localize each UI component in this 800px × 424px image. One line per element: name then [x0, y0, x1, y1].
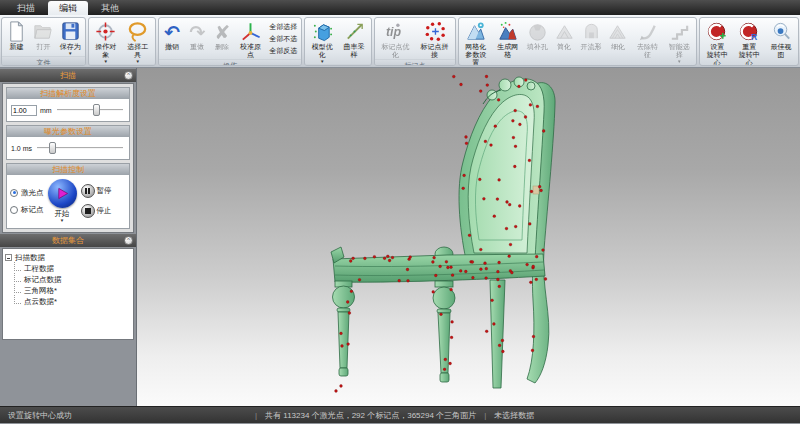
ribbon-group-mesh: 网格化 参数设置生成网格填补孔简化开流形细化去除特征智能选择▼网格	[458, 17, 697, 66]
ribbon-button-label: 选择工具	[124, 43, 152, 59]
ribbon-target-button[interactable]: 操作对象▼	[90, 19, 122, 64]
ribbon-button-label: 保存为	[60, 43, 81, 51]
play-icon	[56, 187, 69, 200]
select-none-button[interactable]: 全部不选	[269, 34, 297, 44]
pause-label: 暂停	[97, 186, 112, 196]
start-dropdown-icon[interactable]: ▼	[60, 219, 64, 223]
stop-button[interactable]: 停止	[81, 204, 112, 218]
ribbon-button-label: 删除	[215, 43, 229, 51]
ribbon-group-label: 模式	[89, 64, 155, 66]
ribbon-smart-select-button: 智能选择▼	[663, 19, 695, 66]
ribbon-group-file: 新建打开保存为▼文件	[1, 17, 86, 66]
remove-feature-icon	[636, 20, 659, 43]
tree-collapse-icon[interactable]	[5, 254, 12, 261]
tree-root[interactable]: 扫描数据	[5, 252, 131, 263]
radio-dot[interactable]	[10, 189, 18, 197]
resolution-input[interactable]	[11, 105, 37, 116]
tab-scan[interactable]: 扫描	[6, 1, 46, 15]
tab-edit[interactable]: 编辑	[48, 1, 88, 15]
tab-other[interactable]: 其他	[90, 1, 130, 15]
ribbon-button-label: 模型优化	[308, 43, 336, 59]
ribbon-axis-button[interactable]: 校准原点	[235, 19, 267, 59]
scan-panel-header: 扫描 ^	[0, 69, 136, 82]
smart-select-icon	[668, 20, 691, 43]
exposure-section-title: 曝光参数设置	[7, 126, 129, 137]
chair-model	[327, 70, 579, 402]
collapse-icon[interactable]: ^	[124, 71, 133, 80]
ribbon-best-view-button[interactable]: 最佳视图	[765, 19, 797, 66]
svg-text:R: R	[751, 32, 758, 42]
open-folder-icon	[32, 20, 55, 43]
ribbon-button-label: 细化	[611, 43, 625, 51]
ribbon-lasso-button[interactable]: 选择工具▼	[122, 19, 154, 64]
axis-icon	[239, 20, 262, 43]
ribbon: 新建打开保存为▼文件操作对象▼选择工具▼模式↶撤销↷重做✘删除校准原点全部选择全…	[0, 15, 800, 68]
viewport-3d[interactable]	[137, 68, 800, 406]
ribbon-button-label: 标记点优化	[378, 43, 413, 59]
tree-branch-line	[14, 273, 21, 282]
simplify-icon	[553, 20, 576, 43]
ribbon-cube-button[interactable]: 模型优化▼	[306, 19, 338, 64]
ribbon-button-label: 曲率采样	[340, 43, 368, 59]
ribbon-group-laser-point: 模型优化▼曲率采样激光点	[304, 17, 372, 66]
exposure-slider[interactable]	[35, 142, 125, 154]
tree-item-label: 三角网格*	[24, 285, 57, 296]
tree-item[interactable]: 点云数据*	[5, 296, 131, 307]
ribbon-save-as-button[interactable]: 保存为▼	[57, 19, 84, 56]
select-all-button[interactable]: 全部选择	[269, 22, 297, 32]
ribbon-set-rot-center-button[interactable]: 设置 旋转中心	[701, 19, 733, 66]
tree-branch-line	[14, 295, 21, 304]
tree-item-label: 点云数据*	[24, 296, 57, 307]
ribbon-button-label: 操作对象	[92, 43, 120, 59]
resolution-slider-handle[interactable]	[93, 104, 100, 116]
cube-icon	[311, 20, 334, 43]
ribbon-button-label: 新建	[9, 43, 23, 51]
undo-icon: ↶	[164, 20, 180, 43]
status-bar: 设置旋转中心成功 | 共有 113234 个激光点，292 个标记点，36529…	[0, 406, 800, 423]
ribbon-gen-mesh-button[interactable]: 生成网格	[492, 19, 524, 66]
ribbon-new-file-button[interactable]: 新建	[3, 19, 30, 56]
stop-label: 停止	[97, 206, 112, 216]
radio-marker-points[interactable]: 标记点	[10, 205, 44, 215]
ribbon-sample-button[interactable]: 曲率采样	[338, 19, 370, 64]
ribbon-reset-rot-center-button[interactable]: R重置 旋转中心	[733, 19, 765, 66]
ribbon-button-label: 重置 旋转中心	[735, 43, 763, 66]
collapse-icon[interactable]: ^	[124, 236, 133, 245]
pause-icon	[81, 184, 95, 198]
select-invert-button[interactable]: 全部反选	[269, 46, 297, 56]
ribbon-open-manifold-button: 开流形	[578, 19, 605, 66]
fill-hole-icon	[526, 20, 549, 43]
tree-item[interactable]: 工程数据	[5, 263, 131, 274]
ribbon-button-label: 简化	[557, 43, 571, 51]
delete-icon: ✘	[214, 20, 230, 43]
reset-rot-center-icon: R	[738, 20, 761, 43]
start-scan-button[interactable]	[48, 179, 77, 208]
refine-icon	[606, 20, 629, 43]
ribbon-button-label: 撤销	[165, 43, 179, 51]
ribbon-group-view: 设置 旋转中心R重置 旋转中心最佳视图视图	[699, 17, 799, 66]
lasso-icon	[126, 20, 149, 43]
status-selection: 未选择数据	[486, 410, 542, 421]
tree-item[interactable]: 标记点数据	[5, 274, 131, 285]
radio-dot[interactable]	[10, 206, 18, 214]
ribbon-group-operate: ↶撤销↷重做✘删除校准原点全部选择全部不选全部反选操作	[158, 17, 303, 66]
ribbon-button-label: 最佳视图	[767, 43, 795, 59]
ribbon-remove-feature-button: 去除特征	[631, 19, 663, 66]
sample-icon	[343, 20, 366, 43]
tree-item[interactable]: 三角网格*	[5, 285, 131, 296]
ribbon-mesh-param-button[interactable]: 网格化 参数设置	[460, 19, 492, 66]
ribbon-undo-button[interactable]: ↶撤销	[160, 19, 185, 59]
radio-laser-points[interactable]: 激光点	[10, 188, 44, 198]
set-rot-center-icon	[706, 20, 729, 43]
ribbon-button-label: 设置 旋转中心	[703, 43, 731, 66]
ribbon-group-marker-point: tip标记点优化标记点拼接标记点	[374, 17, 456, 66]
exposure-slider-handle[interactable]	[49, 142, 56, 154]
data-panel-title: 数据集合	[52, 236, 84, 245]
ribbon-dots-stitch-button[interactable]: 标记点拼接	[415, 19, 454, 59]
ribbon-button-label: 重做	[190, 43, 204, 51]
pause-button[interactable]: 暂停	[81, 184, 112, 198]
status-message: 设置旋转中心成功	[0, 410, 255, 421]
ribbon-button-label: 开流形	[581, 43, 602, 51]
scan-mode-radios: 激光点标记点	[10, 188, 44, 215]
resolution-slider[interactable]	[55, 104, 125, 116]
